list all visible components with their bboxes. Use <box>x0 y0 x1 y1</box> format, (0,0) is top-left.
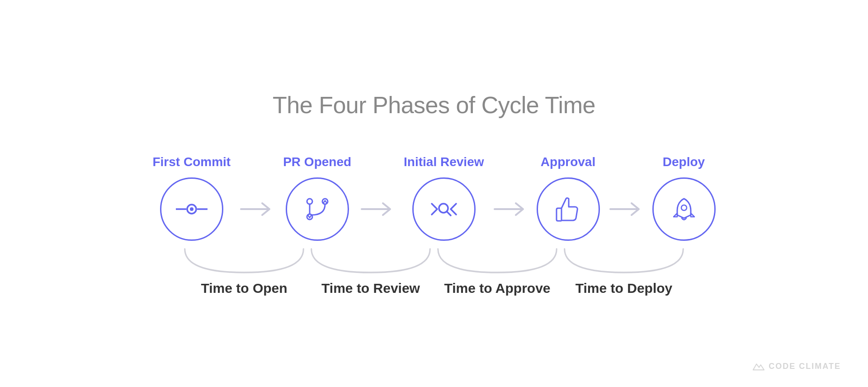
watermark: CODE CLIMATE <box>752 359 841 373</box>
circle-initial-review <box>412 177 476 241</box>
phase-label-time-to-review: Time to Review <box>321 281 420 296</box>
stage-pr-opened: PR Opened <box>283 155 351 241</box>
page-container: The Four Phases of Cycle Time First Comm… <box>0 0 868 387</box>
phase-label-time-to-deploy: Time to Deploy <box>576 281 672 296</box>
stages-row: First Commit <box>118 155 750 241</box>
stage-label-pr-opened: PR Opened <box>283 155 351 169</box>
code-climate-icon <box>752 359 765 373</box>
phase-time-to-review: Time to Review <box>307 245 434 296</box>
commit-icon <box>176 193 208 225</box>
stage-label-initial-review: Initial Review <box>404 155 484 169</box>
arrow-1-svg <box>239 198 275 220</box>
stage-label-first-commit: First Commit <box>152 155 231 169</box>
stage-deploy: Deploy <box>652 155 716 241</box>
arrow-3-svg <box>492 198 528 220</box>
watermark-label: CODE CLIMATE <box>769 362 841 371</box>
stage-first-commit: First Commit <box>152 155 231 241</box>
phase-time-to-open: Time to Open <box>181 245 307 296</box>
phase-time-to-approve: Time to Approve <box>434 245 561 296</box>
brace-time-to-deploy <box>561 245 687 277</box>
stage-initial-review: Initial Review <box>404 155 484 241</box>
phase-time-to-deploy: Time to Deploy <box>561 245 687 296</box>
stage-label-deploy: Deploy <box>663 155 705 169</box>
phase-label-time-to-approve: Time to Approve <box>444 281 550 296</box>
circle-deploy <box>652 177 716 241</box>
svg-point-10 <box>681 205 687 210</box>
brace-time-to-approve <box>434 245 561 277</box>
arrow-3 <box>492 198 528 220</box>
pr-icon <box>302 193 333 225</box>
brace-time-to-open <box>181 245 307 277</box>
stage-label-approval: Approval <box>541 155 595 169</box>
thumbsup-icon <box>552 193 584 225</box>
stage-approval: Approval <box>537 155 600 241</box>
circle-first-commit <box>160 177 223 241</box>
arrow-4-svg <box>608 198 644 220</box>
brace-time-to-review <box>307 245 434 277</box>
svg-line-9 <box>447 211 451 215</box>
arrow-2 <box>359 198 396 220</box>
arrow-2-svg <box>359 198 396 220</box>
arrow-4 <box>608 198 644 220</box>
rocket-icon <box>668 193 700 225</box>
phases-row: Time to Open Time to Review Time to Appr… <box>118 245 750 296</box>
svg-point-3 <box>190 207 193 211</box>
page-title: The Four Phases of Cycle Time <box>273 91 595 119</box>
arrow-1 <box>239 198 275 220</box>
circle-pr-opened <box>286 177 349 241</box>
review-icon <box>428 193 460 225</box>
mountain-icon <box>752 359 765 372</box>
diagram-area: First Commit <box>118 155 750 296</box>
phase-label-time-to-open: Time to Open <box>201 281 287 296</box>
circle-approval <box>537 177 600 241</box>
svg-point-5 <box>307 199 312 204</box>
